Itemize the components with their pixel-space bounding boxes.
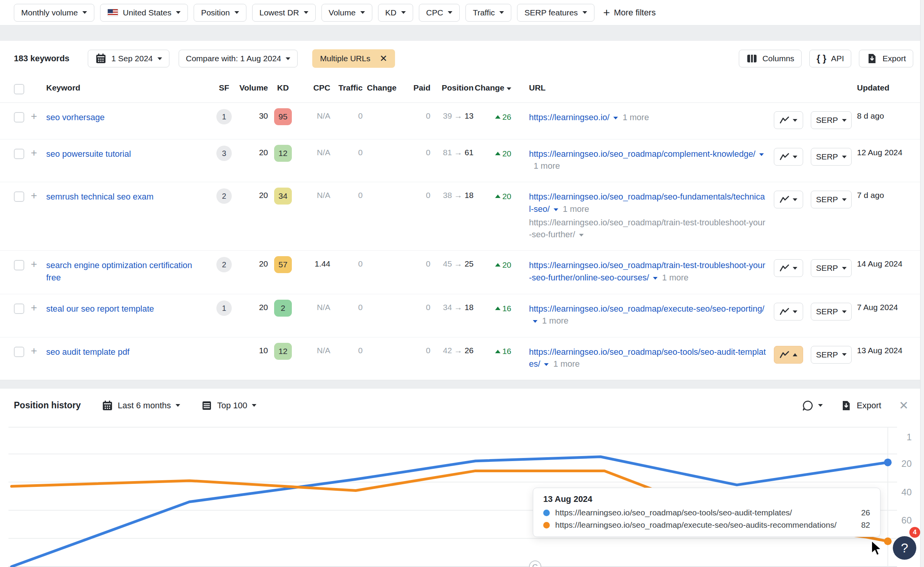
filter-lowest-dr[interactable]: Lowest DR — [252, 4, 316, 22]
serp-button[interactable]: SERP — [811, 148, 852, 166]
paid-value: 0 — [397, 191, 430, 200]
filter-volume[interactable]: Volume — [321, 4, 372, 22]
add-keyword-icon[interactable]: + — [31, 190, 37, 201]
position-chart-button[interactable] — [774, 303, 803, 320]
serp-button[interactable]: SERP — [811, 191, 852, 208]
url-more[interactable]: 1 more — [662, 273, 688, 282]
col-traffic[interactable]: Traffic — [330, 80, 363, 92]
chevron-down-icon[interactable] — [533, 320, 537, 323]
history-top-select[interactable]: Top 100 — [201, 400, 256, 411]
col-sf[interactable]: SF — [212, 80, 236, 92]
columns-button[interactable]: Columns — [739, 50, 802, 67]
col-cpc[interactable]: CPC — [298, 80, 330, 92]
position-chart-button[interactable] — [774, 259, 803, 277]
filter-kd[interactable]: KD — [378, 4, 413, 22]
url-link[interactable]: https://learningseo.io/seo_roadmap/compl… — [529, 149, 755, 159]
keyword-link[interactable]: seo powersuite tutorial — [46, 149, 131, 159]
position-history-title: Position history — [14, 400, 81, 411]
col-keyword[interactable]: Keyword — [46, 80, 212, 92]
filter-traffic[interactable]: Traffic — [465, 4, 511, 22]
url-more[interactable]: 1 more — [563, 204, 589, 214]
keyword-link[interactable]: seo audit template pdf — [46, 347, 129, 357]
col-position[interactable]: Position — [430, 80, 474, 92]
paid-value: 0 — [397, 148, 430, 157]
chevron-down-icon[interactable] — [613, 117, 618, 119]
history-export-button[interactable]: Export — [840, 400, 881, 411]
add-keyword-icon[interactable]: + — [31, 345, 37, 357]
url-link[interactable]: https://learningseo.io/seo_roadmap/train… — [529, 260, 765, 282]
history-range-select[interactable]: Last 6 months — [102, 400, 180, 411]
compare-with-button[interactable]: Compare with: 1 Aug 2024 — [179, 50, 298, 67]
scrollbar-track[interactable] — [920, 0, 924, 567]
close-icon[interactable]: ✕ — [899, 399, 909, 412]
serp-features-badge: 3 — [216, 146, 232, 161]
add-keyword-icon[interactable]: + — [31, 302, 37, 314]
filter-country[interactable]: United States — [100, 4, 188, 22]
chevron-down-icon[interactable] — [759, 153, 764, 156]
position-old: 81 → — [443, 148, 462, 157]
chevron-down-icon[interactable] — [653, 277, 658, 280]
date-picker-button[interactable]: 1 Sep 2024 — [88, 50, 169, 67]
line-chart-icon — [780, 264, 790, 272]
help-button[interactable]: ? — [893, 536, 916, 560]
close-icon[interactable]: ✕ — [380, 53, 387, 64]
add-keyword-icon[interactable]: + — [31, 110, 37, 122]
url-more[interactable]: 1 more — [623, 112, 649, 122]
position-chart-button[interactable] — [774, 111, 803, 129]
filter-serp-features[interactable]: SERP features — [517, 4, 594, 22]
serp-button[interactable]: SERP — [811, 346, 852, 364]
volume-value: 20 — [236, 303, 268, 312]
chevron-down-icon — [401, 11, 406, 14]
url-more[interactable]: 1 more — [534, 161, 560, 171]
chevron-down-icon — [842, 267, 847, 270]
chevron-down-icon — [793, 119, 797, 122]
keyword-link[interactable]: search engine optimization certification… — [46, 260, 192, 282]
annotations-button[interactable] — [802, 400, 823, 411]
keyword-link[interactable]: seo vorhersage — [46, 112, 105, 122]
row-checkbox[interactable] — [14, 112, 24, 122]
export-button[interactable]: Export — [859, 50, 913, 67]
tooltip-value: 82 — [851, 520, 870, 530]
volume-value: 20 — [236, 191, 268, 200]
position-chart-button[interactable] — [774, 191, 803, 208]
chevron-down-icon[interactable] — [544, 363, 549, 366]
row-checkbox[interactable] — [14, 260, 24, 270]
position-history-chart[interactable]: 12040608010029 Mar25 Apr21 May10 Jun30 J… — [0, 418, 924, 567]
url-link[interactable]: https://learningseo.io/seo_roadmap/execu… — [529, 304, 764, 314]
serp-button[interactable]: SERP — [811, 259, 852, 277]
keyword-link[interactable]: steal our seo report template — [46, 304, 154, 314]
url-more[interactable]: 1 more — [542, 316, 568, 325]
position-chart-button[interactable] — [774, 148, 803, 166]
url-more[interactable]: 1 more — [553, 359, 579, 369]
chevron-down-icon[interactable] — [579, 234, 584, 237]
col-updated[interactable]: Updated — [857, 80, 915, 92]
filter-position[interactable]: Position — [194, 4, 246, 22]
more-filters-button[interactable]: + More filters — [603, 7, 656, 18]
url-link[interactable]: https://learningseo.io/ — [529, 112, 609, 122]
row-checkbox[interactable] — [14, 191, 24, 202]
chevron-down-icon[interactable] — [554, 208, 558, 211]
chevron-down-icon — [818, 404, 823, 407]
row-checkbox[interactable] — [14, 149, 24, 159]
filter-cpc[interactable]: CPC — [419, 4, 460, 22]
col-change[interactable]: Change — [363, 80, 397, 92]
col-change-sorted[interactable]: Change — [474, 80, 511, 92]
serp-button[interactable]: SERP — [811, 111, 852, 129]
col-kd[interactable]: KD — [268, 80, 298, 92]
col-volume[interactable]: Volume — [236, 80, 268, 92]
row-checkbox[interactable] — [14, 347, 24, 357]
add-keyword-icon[interactable]: + — [31, 147, 37, 159]
col-paid[interactable]: Paid — [397, 80, 430, 92]
keyword-link[interactable]: semrush technical seo exam — [46, 192, 154, 201]
row-checkbox[interactable] — [14, 304, 24, 314]
add-keyword-icon[interactable]: + — [31, 258, 37, 270]
filter-monthly-volume[interactable]: Monthly volume — [14, 4, 94, 22]
secondary-url[interactable]: https://learningseo.io/seo_roadmap/train… — [529, 218, 765, 239]
select-all-checkbox[interactable] — [14, 84, 24, 94]
serp-button[interactable]: SERP — [811, 303, 852, 320]
series-dot — [543, 522, 550, 528]
position-chart-button-active[interactable] — [774, 346, 803, 364]
volume-value: 20 — [236, 259, 268, 268]
api-button[interactable]: { } API — [809, 50, 851, 67]
col-url[interactable]: URL — [511, 80, 774, 92]
